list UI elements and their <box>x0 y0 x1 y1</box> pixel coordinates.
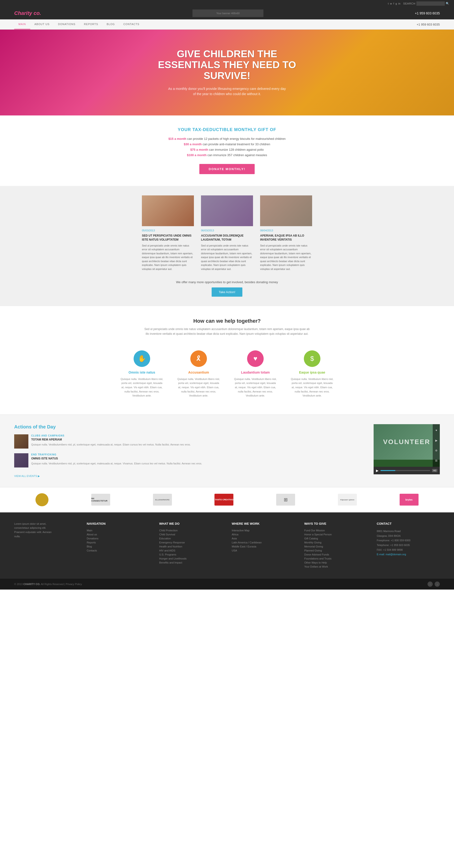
footer-gift-catalog[interactable]: Gift Catalog <box>304 537 367 540</box>
gift-amount-3: $75 a month <box>190 148 208 151</box>
footer-hunger[interactable]: Hunger and Livelihoods <box>159 557 222 560</box>
progress-fill <box>381 470 395 471</box>
footer-child-survival[interactable]: Child Survival <box>159 533 222 536</box>
scroll-down-icon[interactable]: ↓ <box>434 582 440 587</box>
gift-item: $15 a month can provide 12 packets of hi… <box>5 137 449 141</box>
gift-item: $75 a month can immunize 128 children ag… <box>5 148 449 151</box>
partners-section: M4 CONSECTETUR ELLENARMORE TANTO CREATIV… <box>0 487 454 513</box>
googleplus-icon[interactable]: g <box>395 2 397 5</box>
footer-email[interactable]: E-mail: mail@domain.org <box>377 553 406 556</box>
footer-nav-about[interactable]: About us <box>87 533 150 536</box>
sidebar-icon-3[interactable]: ⊕ <box>435 449 437 452</box>
action-event-title-2: OMNIS ISTE NATUS <box>31 457 364 460</box>
main-navigation: MAIN ABOUT US DONATIONS REPORTS BLOG CON… <box>0 20 454 30</box>
how-card-title-2: Accusantium <box>177 370 220 374</box>
gift-amount-2: $30 a month <box>184 143 202 146</box>
news-date-3: 08/04/2013 <box>260 229 312 232</box>
footer-asia[interactable]: Asia <box>232 537 295 540</box>
how-section: How can we help together? Sed ut perspic… <box>0 306 454 414</box>
footer-education[interactable]: Education <box>159 537 222 540</box>
footer-other-ways[interactable]: Other Ways to Help <box>304 561 367 564</box>
search-button[interactable]: 🔍 <box>446 2 449 5</box>
footer-africa[interactable]: Africa <box>232 533 295 536</box>
how-title: How can we help together? <box>14 318 440 324</box>
facebook-icon[interactable]: f <box>393 2 394 5</box>
footer-health[interactable]: Health and Nutrition <box>159 545 222 548</box>
footer-about-col: Lorem ipsum dolor sit amet, consectetaur… <box>14 522 77 569</box>
volunteer-image: VOLUNTEER <box>374 424 440 460</box>
footer-fund-mission[interactable]: Fund Our Mission <box>304 529 367 532</box>
sidebar-icon-1[interactable]: ♥ <box>435 429 437 432</box>
footer-hiv[interactable]: HIV and AIDS <box>159 549 222 552</box>
footer-fax: FAX: +1 504 889 9898 <box>377 548 440 552</box>
action-content-1: CLUBS AND CAMPAIGNS TOTAM REM APERIAM Qu… <box>31 434 364 448</box>
how-card-4: $ Eaque ipsa quae Quisque nulla. Vestibu… <box>286 346 338 403</box>
nav-about[interactable]: ABOUT US <box>30 20 54 29</box>
search-input[interactable] <box>416 1 445 6</box>
sidebar-icon-4[interactable]: ⊞ <box>435 459 437 462</box>
nav-main[interactable]: MAIN <box>14 20 30 29</box>
news-date-2: 06/03/2013 <box>201 229 253 232</box>
nav-blog[interactable]: BLOG <box>102 20 119 29</box>
nav-contacts[interactable]: CONTACTS <box>119 20 144 29</box>
footer-nav-main[interactable]: Main <box>87 529 150 532</box>
action-category-2: END TRAFFICKING <box>31 453 364 456</box>
footer-your-dollars[interactable]: Your Dollars at Work <box>304 565 367 568</box>
hero-title: GIVE CHILDREN THE ESSENTIALS THEY NEED T… <box>144 49 310 82</box>
partner-logo-3: ELLENARMORE <box>153 494 172 505</box>
footer-latin[interactable]: Latin America / Caribbean <box>232 541 295 544</box>
footer-navigation-title: NAVIGATION <box>87 522 150 525</box>
view-all-events-link[interactable]: VIEW ALL EVENTS ▶ <box>14 474 40 478</box>
footer-benefits[interactable]: Benefits and Impact <box>159 561 222 564</box>
how-card-text-3: Quisque nulla. Vestibulum libero nisl, p… <box>234 377 277 398</box>
hero-section: GIVE CHILDREN THE ESSENTIALS THEY NEED T… <box>0 30 454 116</box>
sidebar-icon-2[interactable]: ▶ <box>435 439 437 442</box>
footer-map[interactable]: Interactive Map <box>232 529 295 532</box>
footer-address: 8801 Marmora RoadGlasgow, D04 89GN <box>377 529 440 538</box>
footer-ways-col: WAYS TO GIVE Fund Our Mission Honor a Sp… <box>304 522 367 569</box>
logo[interactable]: Charity co. <box>14 10 41 16</box>
footer-usa[interactable]: USA <box>232 549 295 552</box>
actions-left: Actions of the Day CLUBS AND CAMPAIGNS T… <box>14 424 364 478</box>
footer-planned-giving[interactable]: Planned Giving <box>304 549 367 552</box>
footer-child-protection[interactable]: Child Protection <box>159 529 222 532</box>
search-bar: SEARCH 🔍 <box>403 1 449 6</box>
footer-nav-blog[interactable]: Blog <box>87 545 150 548</box>
footer-donor-advised[interactable]: Donor Advised Funds <box>304 553 367 556</box>
nav-donations[interactable]: DONATIONS <box>54 20 80 29</box>
footer-monthly-giving[interactable]: Monthly Giving <box>304 541 367 544</box>
footer-nav-donations[interactable]: Donations <box>87 537 150 540</box>
linkedin-icon[interactable]: in <box>398 2 400 5</box>
news-image-3 <box>260 195 312 226</box>
footer-foundations[interactable]: Foundations and Trusts <box>304 557 367 560</box>
footer-about-text: Lorem ipsum dolor sit amet, consectetaur… <box>14 522 57 538</box>
gift-amount-1: $15 a month <box>168 137 186 141</box>
action-thumb-2 <box>14 453 28 467</box>
gift-items: $15 a month can provide 12 packets of hi… <box>5 137 449 157</box>
play-button[interactable]: ▶ <box>376 469 379 472</box>
how-card-text-4: Quisque nulla. Vestibulum libero nisl, p… <box>291 377 333 398</box>
footer-nav-contacts[interactable]: Contacts <box>87 549 150 552</box>
twitter-icon[interactable]: t <box>388 2 389 5</box>
footer-nav-reports[interactable]: Reports <box>87 541 150 544</box>
news-text-1: Sed ut perspiciatis unde omnis iste natu… <box>142 244 194 271</box>
progress-bar[interactable] <box>381 470 430 471</box>
news-image-2 <box>201 195 253 226</box>
vimeo-icon[interactable]: w <box>390 2 392 5</box>
take-action-button[interactable]: Take Action! <box>212 287 242 297</box>
gift-amount-4: $100 a month <box>187 153 207 157</box>
footer-emergency[interactable]: Emergency Response <box>159 541 222 544</box>
news-card: 08/04/2013 APERIAM, EAQUE IPSA AB ILLO I… <box>260 195 312 271</box>
dollar-icon: $ <box>304 350 320 367</box>
footer-middle-east[interactable]: Middle East / Eurasia <box>232 545 295 548</box>
nav-reports[interactable]: REPORTS <box>80 20 102 29</box>
footer-memorial-giving[interactable]: Memorial Giving <box>304 545 367 548</box>
scroll-up-icon[interactable]: ↑ <box>427 582 433 587</box>
heart-icon: ♥ <box>247 350 264 367</box>
news-title-2: ACCUSANTIUM DOLOREMQUE LAUDANTIUM, TOTAM <box>201 234 253 242</box>
footer: Lorem ipsum dolor sit amet, consectetaur… <box>0 513 454 579</box>
footer-honor-person[interactable]: Honor a Special Person <box>304 533 367 536</box>
news-date-1: 05/03/2013 <box>142 229 194 232</box>
donate-button[interactable]: DONATE MONTHLY! <box>199 164 255 174</box>
footer-us-programs[interactable]: U.S. Programs <box>159 553 222 556</box>
